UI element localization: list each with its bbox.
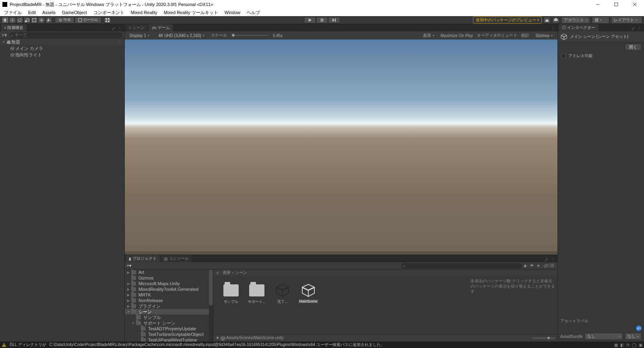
hidden-packages-toggle[interactable]: 26 (543, 263, 554, 268)
rotate-tool-button[interactable] (16, 17, 23, 23)
project-tree-scrollbar[interactable] (209, 269, 213, 342)
collab-button[interactable] (543, 17, 551, 23)
hierarchy-tree[interactable]: ▼ 無題 ⋮ メイン カメラ 指向性ライト (0, 39, 124, 342)
game-context-icon[interactable]: ⋮ (551, 26, 555, 31)
status-icon[interactable]: ▣ (639, 343, 642, 347)
favorite-icon[interactable]: ★ (216, 271, 219, 275)
filter-by-type-icon[interactable]: ◆ (524, 263, 527, 268)
project-tree-row[interactable]: ▶MRTK (125, 292, 213, 298)
close-button[interactable] (625, 0, 644, 9)
menu-mixedreality[interactable]: Mixed Reality (128, 9, 161, 16)
pause-button[interactable] (316, 17, 328, 23)
scene-row[interactable]: ▼ 無題 ⋮ (0, 39, 124, 45)
project-tree-row[interactable]: ▶Microsoft.Maps.Unity (125, 281, 213, 286)
inspector-tab[interactable]: ⓘインスペクター (559, 24, 599, 31)
account-dropdown[interactable]: アカウント (561, 17, 590, 24)
thumbnail-size-slider[interactable] (533, 338, 555, 339)
layers-dropdown[interactable]: 層 (592, 17, 609, 24)
hierarchy-tab[interactable]: ≡階層構造 (1, 24, 27, 31)
asset-item[interactable]: 完了... (273, 283, 292, 304)
custom-tools-button[interactable] (45, 17, 52, 23)
hand-tool-button[interactable] (2, 17, 9, 23)
status-icon[interactable]: ◯ (632, 343, 636, 347)
move-tool-button[interactable] (9, 17, 16, 23)
scene-tab[interactable]: ⌗シーン (126, 24, 148, 31)
hierarchy-item[interactable]: 指向性ライト (0, 52, 124, 58)
hierarchy-context-icon[interactable]: ⋮ (118, 26, 122, 31)
project-tree-row[interactable]: ▶NonRelease (125, 298, 213, 303)
project-popout-icon[interactable]: ⤢ (545, 257, 548, 262)
status-icon[interactable]: ⟳ (626, 343, 630, 347)
snap-button[interactable] (104, 17, 111, 23)
stats-toggle[interactable]: 統計 (521, 33, 529, 38)
resolution-dropdown[interactable]: 4K UHD (3,840 x 2,160) (156, 33, 207, 38)
minimize-button[interactable] (588, 0, 607, 9)
filter-by-label-icon[interactable]: ❤ (530, 263, 533, 268)
project-tree-row[interactable]: ▶Art (125, 269, 213, 275)
menu-mrtk[interactable]: Mixed Reality ツールキット (161, 9, 221, 17)
menu-edit[interactable]: Edit (25, 9, 39, 16)
space-mode-button[interactable]: ローカル (74, 17, 101, 23)
game-tab[interactable]: 🎮ゲーム (149, 24, 173, 31)
status-icon[interactable]: ◧ (620, 343, 624, 347)
menu-component[interactable]: コンポーネント (90, 9, 128, 17)
asset-item[interactable]: MainScene (299, 283, 318, 303)
project-search[interactable]: ⌕ (401, 263, 522, 269)
gizmos-dropdown[interactable]: Gizmos (533, 33, 555, 38)
pivot-mode-button[interactable]: 中央 (55, 17, 74, 23)
game-viewport[interactable] (125, 39, 557, 255)
preview-packages-button[interactable]: 使用中のパッケージのプレビュー▾ (473, 17, 542, 24)
menu-gameobject[interactable]: GameObject (59, 9, 90, 16)
step-button[interactable] (328, 17, 340, 23)
project-tab[interactable]: ▮プロジェクト (126, 255, 160, 262)
project-breadcrumb[interactable]: ★ 資産› シーン (213, 269, 557, 276)
project-tree[interactable]: ▶ArtGizmos▶Microsoft.Maps.Unity▶MixedRea… (125, 269, 213, 342)
cloud-button[interactable] (552, 17, 559, 23)
rect-tool-button[interactable] (31, 17, 38, 23)
asset-item[interactable]: サポート... (247, 283, 266, 304)
scale-tool-button[interactable] (23, 17, 31, 23)
project-tree-row[interactable]: ▶MixedRealityToolkit.Generated (125, 286, 213, 292)
hierarchy-popout-icon[interactable]: ⤢ (111, 26, 115, 31)
asset-item[interactable]: サンプル (221, 283, 241, 304)
status-icon[interactable]: ▦ (614, 343, 618, 347)
mute-audio-toggle[interactable]: オーディオのミュート (477, 33, 517, 38)
create-dropdown[interactable]: +▾ (2, 32, 7, 38)
scene-context-icon[interactable]: ⋮ (118, 39, 122, 45)
save-search-icon[interactable]: ★ (537, 263, 540, 268)
console-tab[interactable]: ▤コンソール (161, 255, 192, 262)
project-tree-row[interactable]: ▼シーン (125, 309, 213, 315)
project-tree-row[interactable]: TestTurbineScriptableObject (125, 331, 213, 337)
inspector-lock-icon[interactable]: ⤢ (631, 26, 635, 31)
menu-assets[interactable]: Assets (39, 9, 59, 16)
open-asset-button[interactable]: 開く (625, 44, 642, 51)
maximize-button[interactable] (607, 0, 625, 9)
inspector-context-icon[interactable]: ⋮ (637, 26, 642, 31)
project-tree-row[interactable]: TestUIPanelWindTurbine (125, 337, 213, 342)
eye-dropdown[interactable]: 左目 (421, 32, 437, 39)
create-asset-dropdown[interactable]: +▾ (126, 263, 132, 268)
display-dropdown[interactable]: Display 1 (127, 33, 152, 38)
label-tag-icon[interactable]: 🏷 (636, 325, 642, 331)
project-tree-row[interactable]: Gizmos (125, 275, 213, 281)
project-context-icon[interactable]: ⋮ (551, 257, 555, 262)
transform-tool-button[interactable] (38, 17, 45, 23)
hierarchy-item[interactable]: メイン カメラ (0, 45, 124, 52)
project-tree-row[interactable]: TestADTPropertyUpdate (125, 326, 213, 331)
menu-file[interactable]: ファイル (1, 9, 25, 17)
assetbundle-variant-dropdown[interactable]: なし (625, 333, 642, 340)
play-button[interactable] (304, 17, 316, 23)
menu-window[interactable]: Window (221, 9, 244, 16)
scale-slider[interactable] (231, 35, 269, 36)
folder-icon (131, 304, 136, 308)
maximize-toggle[interactable]: Maximize On Play (441, 33, 473, 38)
project-tree-row[interactable]: ▼サポート シーン (125, 320, 213, 326)
asset-grid[interactable]: サンプルサポート...完了...MainScene非表示のパッケージ数:クリック… (213, 276, 557, 334)
layout-dropdown[interactable]: レイアウト (611, 17, 642, 24)
menu-help[interactable]: ヘルプ (244, 9, 263, 17)
project-tree-row[interactable]: ▶プラグイン (125, 303, 213, 309)
addressable-checkbox[interactable] (561, 54, 566, 58)
hierarchy-search[interactable]: すべて (9, 32, 123, 38)
project-tree-row[interactable]: サンプル (125, 315, 213, 320)
assetbundle-name-dropdown[interactable]: なし (584, 333, 623, 340)
